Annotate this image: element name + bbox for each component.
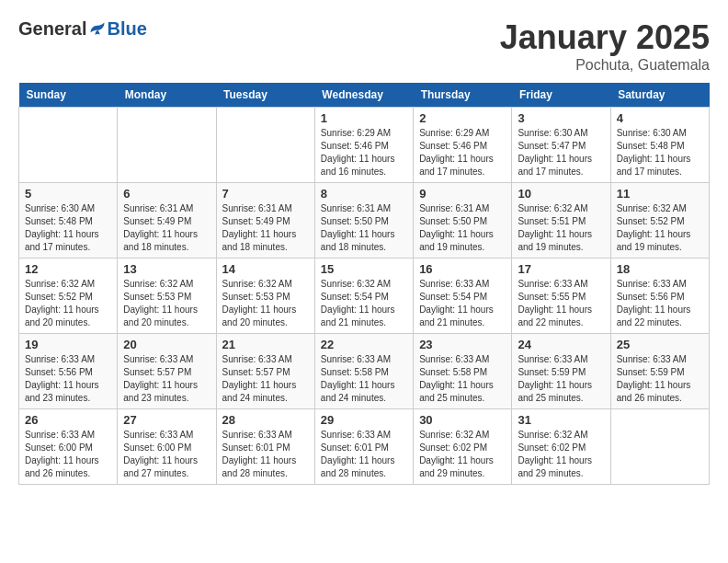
day-number: 13: [123, 262, 210, 276]
day-info: Sunrise: 6:33 AM Sunset: 5:59 PM Dayligh…: [617, 353, 703, 405]
day-number: 24: [518, 338, 604, 351]
day-info: Sunrise: 6:32 AM Sunset: 5:53 PM Dayligh…: [123, 278, 210, 329]
day-number: 12: [25, 262, 111, 276]
logo-bird-icon: [88, 20, 107, 39]
header-friday: Friday: [512, 83, 610, 108]
day-number: 19: [25, 338, 111, 351]
page-header: General Blue January 2025 Pochuta, Guate…: [18, 18, 710, 74]
calendar-week-row: 1Sunrise: 6:29 AM Sunset: 5:46 PM Daylig…: [19, 108, 710, 183]
calendar-cell: 18Sunrise: 6:33 AM Sunset: 5:56 PM Dayli…: [610, 259, 709, 334]
day-number: 14: [222, 262, 309, 276]
header-saturday: Saturday: [610, 83, 709, 108]
calendar-cell: [610, 409, 709, 485]
calendar-cell: 13Sunrise: 6:32 AM Sunset: 5:53 PM Dayli…: [118, 259, 216, 334]
calendar-cell: 12Sunrise: 6:32 AM Sunset: 5:52 PM Dayli…: [19, 259, 118, 334]
day-number: 11: [617, 187, 703, 201]
logo-general-text: General: [18, 18, 86, 40]
calendar-week-row: 12Sunrise: 6:32 AM Sunset: 5:52 PM Dayli…: [19, 259, 710, 334]
day-number: 16: [419, 262, 506, 276]
calendar-cell: 10Sunrise: 6:32 AM Sunset: 5:51 PM Dayli…: [512, 183, 610, 259]
calendar-cell: 30Sunrise: 6:32 AM Sunset: 6:02 PM Dayli…: [414, 409, 512, 485]
calendar-week-row: 5Sunrise: 6:30 AM Sunset: 5:48 PM Daylig…: [19, 183, 710, 259]
day-number: 30: [419, 413, 506, 427]
day-number: 10: [518, 187, 604, 201]
day-info: Sunrise: 6:32 AM Sunset: 5:53 PM Dayligh…: [222, 278, 309, 329]
day-info: Sunrise: 6:32 AM Sunset: 5:51 PM Dayligh…: [518, 202, 604, 254]
logo: General Blue: [18, 18, 147, 40]
day-info: Sunrise: 6:29 AM Sunset: 5:46 PM Dayligh…: [419, 127, 506, 178]
title-section: January 2025 Pochuta, Guatemala: [500, 18, 710, 74]
day-number: 1: [321, 111, 407, 125]
day-info: Sunrise: 6:33 AM Sunset: 6:01 PM Dayligh…: [222, 429, 309, 480]
day-info: Sunrise: 6:33 AM Sunset: 5:57 PM Dayligh…: [222, 353, 309, 405]
day-info: Sunrise: 6:33 AM Sunset: 5:57 PM Dayligh…: [123, 353, 210, 405]
calendar-cell: 19Sunrise: 6:33 AM Sunset: 5:56 PM Dayli…: [19, 334, 118, 409]
day-number: 23: [419, 338, 506, 351]
calendar-cell: 6Sunrise: 6:31 AM Sunset: 5:49 PM Daylig…: [118, 183, 216, 259]
calendar-cell: 4Sunrise: 6:30 AM Sunset: 5:48 PM Daylig…: [610, 108, 709, 183]
day-number: 20: [123, 338, 210, 351]
day-number: 5: [25, 187, 111, 201]
day-number: 26: [25, 413, 111, 427]
day-info: Sunrise: 6:31 AM Sunset: 5:50 PM Dayligh…: [321, 202, 407, 254]
calendar-week-row: 19Sunrise: 6:33 AM Sunset: 5:56 PM Dayli…: [19, 334, 710, 409]
day-info: Sunrise: 6:30 AM Sunset: 5:48 PM Dayligh…: [25, 202, 111, 254]
day-number: 7: [222, 187, 309, 201]
calendar-cell: 20Sunrise: 6:33 AM Sunset: 5:57 PM Dayli…: [118, 334, 216, 409]
calendar-cell: 9Sunrise: 6:31 AM Sunset: 5:50 PM Daylig…: [414, 183, 512, 259]
day-info: Sunrise: 6:30 AM Sunset: 5:47 PM Dayligh…: [518, 127, 604, 178]
day-number: 9: [419, 187, 506, 201]
calendar-cell: 14Sunrise: 6:32 AM Sunset: 5:53 PM Dayli…: [216, 259, 314, 334]
header-sunday: Sunday: [19, 83, 118, 108]
day-number: 4: [617, 111, 703, 125]
calendar-cell: 22Sunrise: 6:33 AM Sunset: 5:58 PM Dayli…: [314, 334, 413, 409]
calendar-cell: 17Sunrise: 6:33 AM Sunset: 5:55 PM Dayli…: [512, 259, 610, 334]
logo-blue-text: Blue: [107, 18, 146, 40]
day-info: Sunrise: 6:32 AM Sunset: 5:52 PM Dayligh…: [25, 278, 111, 329]
calendar-cell: 2Sunrise: 6:29 AM Sunset: 5:46 PM Daylig…: [414, 108, 512, 183]
day-info: Sunrise: 6:30 AM Sunset: 5:48 PM Dayligh…: [617, 127, 703, 178]
calendar-cell: 31Sunrise: 6:32 AM Sunset: 6:02 PM Dayli…: [512, 409, 610, 485]
day-number: 28: [222, 413, 309, 427]
day-number: 25: [617, 338, 703, 351]
day-info: Sunrise: 6:31 AM Sunset: 5:50 PM Dayligh…: [419, 202, 506, 254]
day-info: Sunrise: 6:32 AM Sunset: 5:54 PM Dayligh…: [321, 278, 407, 329]
day-info: Sunrise: 6:31 AM Sunset: 5:49 PM Dayligh…: [123, 202, 210, 254]
header-tuesday: Tuesday: [216, 83, 314, 108]
day-number: 15: [321, 262, 407, 276]
calendar-cell: 3Sunrise: 6:30 AM Sunset: 5:47 PM Daylig…: [512, 108, 610, 183]
calendar-week-row: 26Sunrise: 6:33 AM Sunset: 6:00 PM Dayli…: [19, 409, 710, 485]
day-info: Sunrise: 6:33 AM Sunset: 5:56 PM Dayligh…: [25, 353, 111, 405]
calendar-cell: 11Sunrise: 6:32 AM Sunset: 5:52 PM Dayli…: [610, 183, 709, 259]
day-info: Sunrise: 6:33 AM Sunset: 6:01 PM Dayligh…: [321, 429, 407, 480]
day-info: Sunrise: 6:33 AM Sunset: 5:56 PM Dayligh…: [617, 278, 703, 329]
calendar-cell: 16Sunrise: 6:33 AM Sunset: 5:54 PM Dayli…: [414, 259, 512, 334]
calendar-cell: 24Sunrise: 6:33 AM Sunset: 5:59 PM Dayli…: [512, 334, 610, 409]
day-number: 3: [518, 111, 604, 125]
day-info: Sunrise: 6:31 AM Sunset: 5:49 PM Dayligh…: [222, 202, 309, 254]
day-number: 18: [617, 262, 703, 276]
calendar-title: January 2025: [500, 18, 710, 57]
header-wednesday: Wednesday: [314, 83, 413, 108]
day-info: Sunrise: 6:33 AM Sunset: 6:00 PM Dayligh…: [25, 429, 111, 480]
day-info: Sunrise: 6:33 AM Sunset: 5:54 PM Dayligh…: [419, 278, 506, 329]
calendar-cell: 15Sunrise: 6:32 AM Sunset: 5:54 PM Dayli…: [314, 259, 413, 334]
header-thursday: Thursday: [414, 83, 512, 108]
calendar-cell: 28Sunrise: 6:33 AM Sunset: 6:01 PM Dayli…: [216, 409, 314, 485]
calendar-cell: 5Sunrise: 6:30 AM Sunset: 5:48 PM Daylig…: [19, 183, 118, 259]
calendar-cell: [19, 108, 118, 183]
day-info: Sunrise: 6:33 AM Sunset: 5:55 PM Dayligh…: [518, 278, 604, 329]
day-info: Sunrise: 6:32 AM Sunset: 6:02 PM Dayligh…: [518, 429, 604, 480]
day-number: 21: [222, 338, 309, 351]
day-info: Sunrise: 6:33 AM Sunset: 5:59 PM Dayligh…: [518, 353, 604, 405]
calendar-cell: 21Sunrise: 6:33 AM Sunset: 5:57 PM Dayli…: [216, 334, 314, 409]
calendar-header-row: SundayMondayTuesdayWednesdayThursdayFrid…: [19, 83, 710, 108]
calendar-cell: [216, 108, 314, 183]
calendar-cell: 27Sunrise: 6:33 AM Sunset: 6:00 PM Dayli…: [118, 409, 216, 485]
calendar-cell: 26Sunrise: 6:33 AM Sunset: 6:00 PM Dayli…: [19, 409, 118, 485]
day-info: Sunrise: 6:33 AM Sunset: 5:58 PM Dayligh…: [321, 353, 407, 405]
day-number: 29: [321, 413, 407, 427]
day-number: 31: [518, 413, 604, 427]
calendar-subtitle: Pochuta, Guatemala: [500, 57, 710, 74]
day-info: Sunrise: 6:29 AM Sunset: 5:46 PM Dayligh…: [321, 127, 407, 178]
